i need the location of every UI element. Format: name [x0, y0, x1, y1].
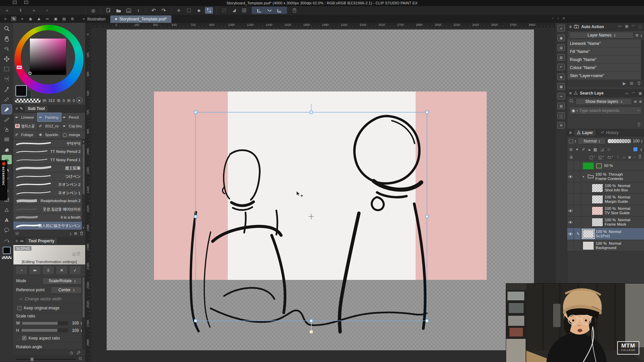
eye-icon[interactable] [568, 232, 573, 236]
storage-icon[interactable]: ▣ [53, 16, 58, 21]
sv-marker-icon[interactable] [29, 72, 32, 75]
pen-tool-icon[interactable] [2, 95, 12, 104]
layer-row[interactable]: 100 % Normal Background [567, 240, 644, 251]
brush-tool-icon[interactable] [2, 115, 12, 124]
keep-aspect-checkbox[interactable]: ✓ [22, 336, 26, 340]
wrench-icon[interactable] [76, 351, 80, 355]
layer-filter-select[interactable]: Show these layers ▴▾ [576, 98, 632, 105]
dock-timeline-icon[interactable]: ▧ [557, 103, 565, 109]
dock-item-bank-icon[interactable]: ⧉ [557, 122, 565, 129]
reset-tool-icon[interactable]: ◷ [70, 351, 73, 355]
layer-row[interactable]: 100 % Normal Shot Info Box [567, 182, 644, 194]
subtool-group-pencil[interactable]: ✒Pencil [61, 113, 85, 121]
duplicate-set-icon[interactable]: ⧉ [636, 33, 638, 38]
window-minimize-icon[interactable] [13, 1, 17, 4]
brush-item[interactable]: つけペン [13, 172, 85, 181]
brush-item[interactable]: 魔王鉛筆 [13, 164, 85, 173]
rotate-handle[interactable] [310, 330, 313, 334]
window-maximize-icon[interactable] [24, 1, 28, 4]
panel-menu-icon[interactable]: ≡ [569, 24, 572, 29]
layer-thumbnail[interactable] [592, 184, 603, 192]
decoration-tool-icon[interactable] [2, 135, 12, 144]
layer-row[interactable]: 100 % Normal TV Size Guide [567, 205, 644, 217]
layer-thumbnail[interactable] [592, 206, 603, 215]
subtool-group-linework[interactable]: ✒Linewor [14, 113, 37, 121]
brush-item[interactable]: TT Noisy Pencil 1 [13, 156, 85, 164]
mode-select[interactable]: Scale/Rotate▴▾ [42, 278, 82, 285]
save-file-icon[interactable] [124, 7, 132, 14]
undo-icon[interactable]: ↶ [150, 7, 158, 14]
chevron-down-icon[interactable]: ▾ [576, 109, 578, 112]
lock-transparent-icon[interactable]: ▩ [593, 147, 597, 152]
import-icon[interactable]: ⤓ [70, 231, 71, 236]
new-canvas-icon[interactable] [104, 7, 112, 14]
auto-action-scrollbar[interactable] [641, 40, 644, 80]
layer-thumbnail[interactable] [583, 241, 594, 250]
keep-original-checkbox[interactable] [17, 306, 22, 310]
panel-menu-icon[interactable]: ≡ [569, 91, 572, 96]
vector-edit-tool-icon[interactable] [2, 235, 12, 245]
window-icon[interactable]: ▤ [61, 16, 67, 21]
w-slider[interactable] [22, 321, 68, 325]
subtool-group-flower[interactable]: ✿엘피스꽃 [14, 122, 37, 130]
subtool-group-foliage[interactable]: ✐Foliage [14, 130, 37, 139]
opacity-slider[interactable] [607, 139, 631, 143]
dock-history-icon[interactable]: ↶ [557, 64, 565, 70]
dock-info-icon[interactable]: ⓘ [557, 112, 565, 119]
snap-grid-icon[interactable] [275, 7, 283, 14]
new-raster-layer-icon[interactable]: ▢⁺ [589, 155, 595, 160]
play-action-icon[interactable]: ▶ [623, 81, 626, 86]
auto-action-header[interactable]: ≡ Auto Action ▭ ▣ ◠ ⓘ [567, 23, 644, 31]
screen-recorder-overlay[interactable]: screenrec [0, 160, 7, 200]
tab-icon-f[interactable]: ◠ [632, 91, 635, 96]
action-set-select[interactable]: Layer Names ▴▾ [569, 32, 634, 39]
list-icon[interactable]: ≡ [19, 16, 25, 21]
auto-action-item[interactable]: Skin "Layer+name" [567, 72, 644, 80]
add-action-icon[interactable]: ⊞ [630, 81, 633, 86]
delete-subtool-icon[interactable] [80, 231, 83, 236]
layer-list-options-icon[interactable]: ≣ [570, 155, 573, 160]
import-set-icon[interactable]: ⤓ [640, 33, 642, 38]
transform-icon[interactable] [205, 7, 213, 14]
layer-row[interactable]: 100 % Normal Margin Guide [567, 194, 644, 205]
tab-icon-c[interactable]: ◠ [632, 24, 635, 29]
panel-collapse-controls[interactable]: «‖«‹ [0, 8, 86, 13]
layer-thumbnail[interactable] [592, 195, 603, 204]
snap-special-ruler-icon[interactable] [265, 7, 273, 14]
main-color-swatch[interactable] [3, 247, 11, 254]
eraser-tool-icon[interactable] [2, 145, 12, 154]
correct-line-tool-icon[interactable] [2, 205, 12, 215]
selection-color-row[interactable]: 50 % [567, 161, 644, 171]
new-subtool-icon[interactable]: ⊞ [74, 231, 77, 236]
new-folder-icon[interactable]: 🗀⁺ [607, 155, 613, 160]
eye-icon[interactable] [568, 209, 573, 213]
dock-material-icon[interactable]: ▥ [557, 54, 565, 61]
delete-layer-icon[interactable] [638, 155, 642, 160]
palette-color-chip[interactable] [569, 139, 573, 143]
auto-action-item[interactable]: Colour "Name" [567, 64, 644, 72]
clip-at-layer-icon[interactable]: ⧉ [570, 147, 573, 152]
tab-icon-e[interactable]: ▭ [625, 91, 629, 96]
draw-on-layer-icon[interactable]: ✐ [582, 147, 585, 152]
opacity-value[interactable]: 100 [633, 139, 640, 143]
document-canvas[interactable] [107, 29, 534, 350]
filter-add-icon[interactable]: ⊕ [634, 100, 637, 104]
clear-search-icon[interactable]: × [637, 108, 640, 113]
tabbar-overflow-controls[interactable]: ‹›≡ [552, 16, 565, 20]
color-mode-toggle-icon[interactable]: ▶ [76, 97, 83, 103]
dock-quick-access-icon[interactable]: « [557, 25, 565, 32]
brush-item[interactable]: 웃광,질감용 에어브러쉬 [13, 205, 85, 214]
dock-layer-property-icon[interactable]: ≔ [557, 93, 565, 100]
hand-tool-icon[interactable] [2, 34, 12, 44]
tab-icon-b[interactable]: ▣ [625, 24, 628, 29]
pencil-tool-icon[interactable] [2, 105, 12, 114]
brush-list-scrollbar[interactable]: ▲▼ [82, 139, 85, 230]
dock-brush-size-icon[interactable]: ◉ [557, 73, 565, 80]
grid-icon[interactable] [240, 7, 248, 14]
airbrush-tool-icon[interactable] [2, 125, 12, 134]
balloon-tool-icon[interactable] [2, 225, 12, 235]
hue-marker-icon[interactable] [17, 66, 22, 69]
subtool-group-sparkle[interactable]: ❋Sparklin [38, 130, 61, 139]
folder-caret-icon[interactable]: ▾ [583, 175, 586, 178]
dock-navigator-icon[interactable]: ▣ [557, 35, 565, 41]
